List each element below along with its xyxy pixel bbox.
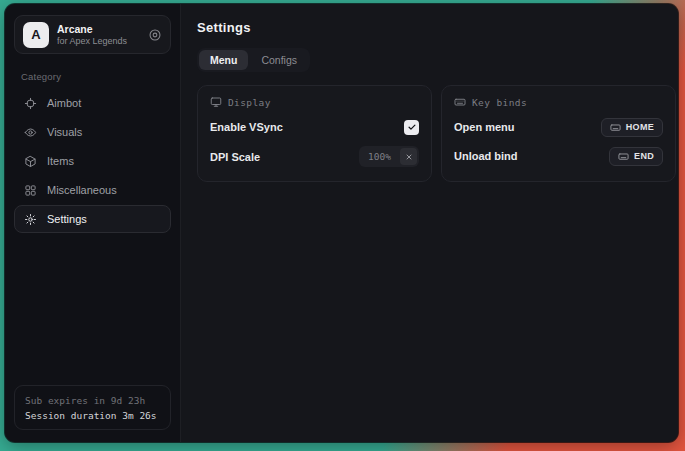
dpi-row: DPI Scale 100%: [210, 146, 419, 167]
app-subtitle: for Apex Legends: [57, 36, 127, 46]
page-title: Settings: [197, 20, 676, 35]
sidebar-item-visuals[interactable]: Visuals: [14, 118, 171, 146]
app-logo: A: [23, 22, 49, 48]
crosshair-icon: [24, 97, 37, 110]
tab-configs[interactable]: Configs: [250, 50, 308, 70]
keyboard-icon: [610, 122, 621, 133]
sidebar-item-items[interactable]: Items: [14, 147, 171, 175]
sidebar-nav: Aimbot Visuals Items: [14, 89, 171, 233]
unload-bind-key: END: [634, 151, 654, 161]
tab-menu[interactable]: Menu: [199, 50, 248, 70]
sidebar-spacer: [14, 233, 171, 385]
sidebar-item-settings[interactable]: Settings: [14, 205, 171, 233]
display-card-header: Display: [210, 96, 419, 108]
session-duration-text: Session duration 3m 26s: [25, 410, 160, 421]
unload-bind-keybind[interactable]: END: [609, 147, 663, 166]
unload-bind-label: Unload bind: [454, 150, 518, 162]
display-card-title: Display: [228, 97, 271, 108]
cube-icon: [24, 155, 37, 168]
display-card: Display Enable VSync DPI Scale 100%: [197, 85, 432, 182]
vsync-row: Enable VSync: [210, 117, 419, 137]
keyboard-icon: [454, 96, 466, 108]
sidebar-item-label: Settings: [47, 213, 87, 225]
clear-icon[interactable]: [400, 148, 417, 165]
sidebar-item-label: Aimbot: [47, 97, 81, 109]
vsync-label: Enable VSync: [210, 121, 283, 133]
open-menu-key: HOME: [626, 122, 654, 132]
sidebar-item-aimbot[interactable]: Aimbot: [14, 89, 171, 117]
sidebar-item-label: Items: [47, 155, 74, 167]
settings-tabs: Menu Configs: [197, 48, 310, 72]
brand-meta: Arcane for Apex Legends: [57, 23, 127, 46]
keybinds-card-title: Key binds: [472, 97, 527, 108]
gear-icon: [24, 213, 37, 226]
settings-cards: Display Enable VSync DPI Scale 100%: [197, 85, 676, 182]
eye-icon: [24, 126, 37, 139]
dpi-label: DPI Scale: [210, 151, 260, 163]
sidebar-item-label: Miscellaneous: [47, 184, 117, 196]
category-label: Category: [14, 71, 171, 82]
main-content: Settings Menu Configs Display: [181, 4, 678, 442]
open-menu-label: Open menu: [454, 121, 515, 133]
vsync-checkbox[interactable]: [404, 120, 419, 135]
open-menu-row: Open menu HOME: [454, 117, 663, 137]
monitor-icon: [210, 96, 222, 108]
keybinds-card-header: Key binds: [454, 96, 663, 108]
sidebar: A Arcane for Apex Legends Category: [5, 4, 181, 442]
sidebar-item-miscellaneous[interactable]: Miscellaneous: [14, 176, 171, 204]
grid-icon: [24, 184, 37, 197]
sidebar-item-label: Visuals: [47, 126, 82, 138]
dpi-scale-input[interactable]: 100%: [359, 146, 419, 167]
open-menu-keybind[interactable]: HOME: [601, 118, 663, 137]
app-title: Arcane: [57, 23, 127, 35]
app-window: A Arcane for Apex Legends Category: [5, 4, 678, 442]
keybinds-card: Key binds Open menu HOME: [441, 85, 676, 182]
sub-expires-text: Sub expires in 9d 23h: [25, 395, 160, 406]
unload-bind-row: Unload bind END: [454, 146, 663, 166]
subscription-status-card: Sub expires in 9d 23h Session duration 3…: [14, 385, 171, 430]
brand-card: A Arcane for Apex Legends: [14, 15, 171, 54]
target-icon[interactable]: [148, 28, 162, 42]
dpi-scale-value: 100%: [359, 151, 400, 162]
keyboard-icon: [618, 151, 629, 162]
check-icon: [407, 122, 417, 132]
